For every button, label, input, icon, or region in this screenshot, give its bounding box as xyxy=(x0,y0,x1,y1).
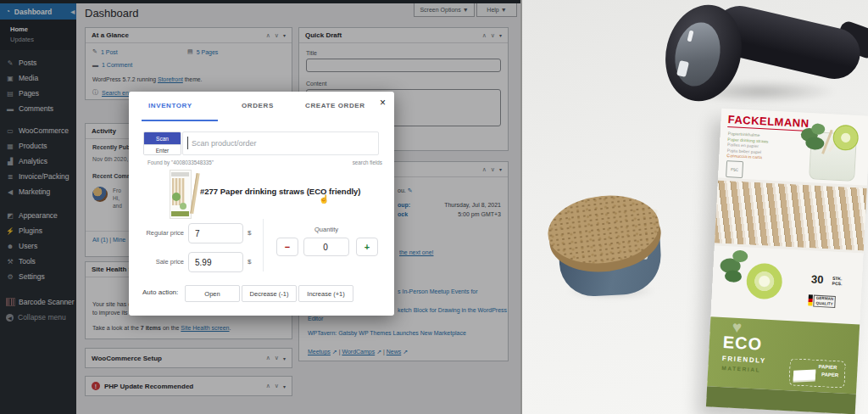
sidebar-item-updates[interactable]: Updates xyxy=(0,35,76,45)
search-engines-link[interactable]: Search en xyxy=(102,90,129,96)
draft-title-input[interactable] xyxy=(306,59,501,72)
meetups-link[interactable]: Meetups xyxy=(308,349,331,355)
news-item[interactable]: Editor xyxy=(308,316,323,322)
site-health-screen-link[interactable]: Site Health screen xyxy=(181,325,229,331)
screen-options-button[interactable]: Screen Options ▼ xyxy=(414,3,475,17)
sidebar-item-settings[interactable]: ⚙ Settings xyxy=(0,269,76,284)
move-up-icon[interactable]: ∧ xyxy=(266,355,270,361)
comments-count-link[interactable]: 1 Comment xyxy=(102,62,132,68)
move-down-icon[interactable]: ∨ xyxy=(275,355,279,361)
sidebar-item-comments[interactable]: ▬ Comments xyxy=(0,101,76,116)
quantity-decrease-button[interactable]: − xyxy=(276,238,298,256)
search-fields-link[interactable]: search fields xyxy=(353,159,382,165)
event-link-line1[interactable]: oup: xyxy=(398,202,410,208)
product-thumbnail xyxy=(170,170,192,219)
toggle-icon[interactable]: ▾ xyxy=(283,355,286,361)
quantity-label: Quantity xyxy=(303,226,349,233)
sidebar-item-label: Barcode Scanner xyxy=(19,298,75,306)
tab-create-order[interactable]: CREATE ORDER xyxy=(305,102,365,109)
news-item[interactable]: s In-Person Meetup Events for xyxy=(398,288,478,294)
move-down-icon[interactable]: ∨ xyxy=(491,166,495,173)
sidebar-item-analytics[interactable]: ▟ Analytics xyxy=(0,154,76,169)
thumb-detail xyxy=(180,203,186,210)
move-up-icon[interactable]: ∧ xyxy=(266,32,270,39)
scan-mode-button[interactable]: Scan xyxy=(144,132,181,144)
sidebar-item-home[interactable]: Home xyxy=(0,25,76,35)
lime-slice xyxy=(746,262,783,299)
sidebar-item-appearance[interactable]: ◩ Appearance xyxy=(0,208,76,223)
post-icon: ✎ xyxy=(92,48,97,55)
sidebar-item-woocommerce[interactable]: ▭ WooCommerce xyxy=(0,123,76,138)
filter-all-link[interactable]: All (1) xyxy=(92,237,108,243)
help-button[interactable]: Help ▼ xyxy=(476,3,517,17)
news-item[interactable]: WPTavern: Gatsby WP Themes Launches New … xyxy=(308,330,466,336)
sidebar-item-plugins[interactable]: ⚡ Plugins xyxy=(0,223,76,238)
edit-pencil-icon[interactable]: ✎ xyxy=(408,187,413,193)
sidebar-item-posts[interactable]: ✎ Posts xyxy=(0,55,76,70)
auto-action-increase-button[interactable]: Increase (+1) xyxy=(298,285,353,302)
sidebar-item-collapse-menu[interactable]: ◀ Collapse menu xyxy=(0,310,76,325)
invoice-icon: ≣ xyxy=(6,173,14,181)
german-quality-badge: GERMAN QUALITY xyxy=(813,295,836,308)
pages-count-link[interactable]: 5 Pages xyxy=(197,49,219,55)
events-intro-fragment: ou. ✎ xyxy=(398,187,413,194)
move-up-icon[interactable]: ∧ xyxy=(482,166,487,173)
sidebar-item-label: Pages xyxy=(19,89,39,98)
external-link-icon: ↗ xyxy=(332,349,337,355)
comment-line: Fro xyxy=(113,187,122,194)
comments-icon: ▬ xyxy=(6,105,14,113)
news-item[interactable]: ketch Block for Drawing in the WordPress xyxy=(398,307,507,313)
sidebar-item-label: Comments xyxy=(19,104,53,113)
move-down-icon[interactable]: ∨ xyxy=(275,32,279,39)
news-link[interactable]: News xyxy=(387,349,402,355)
auto-action-open-button[interactable]: Open xyxy=(185,285,240,302)
sidebar-item-label: Dashboard xyxy=(14,8,52,16)
sidebar-item-dashboard[interactable]: ◔ Dashboard ◀ xyxy=(0,3,76,20)
move-up-icon[interactable]: ∧ xyxy=(266,383,270,389)
events-footer-links: Meetups ↗ | WordCamps ↗ | News ↗ xyxy=(308,349,408,355)
sale-price-input[interactable] xyxy=(188,252,243,272)
quantity-increase-button[interactable]: + xyxy=(356,238,378,256)
move-down-icon[interactable]: ∨ xyxy=(491,32,495,39)
sidebar-item-invoice-packing[interactable]: ≣ Invoice/Packing xyxy=(0,169,76,184)
scan-input[interactable] xyxy=(182,131,379,155)
filter-mine-link[interactable]: Mine xyxy=(113,237,125,243)
posts-count-link[interactable]: 1 Post xyxy=(101,49,118,55)
regular-price-input[interactable] xyxy=(188,223,243,243)
sidebar-item-tools[interactable]: ⚒ Tools xyxy=(0,254,76,269)
wordcamps-link[interactable]: WordCamps xyxy=(342,349,375,355)
title-label: Title xyxy=(306,50,317,56)
sidebar-item-pages[interactable]: ▤ Pages xyxy=(0,86,76,101)
unit-label: PCS. xyxy=(832,281,843,287)
sidebar-item-label: WooCommerce xyxy=(19,126,69,135)
sidebar-item-products[interactable]: ▦ Products xyxy=(0,138,76,154)
package-description-lines: Papiertrinkhalme Paper drinking straws P… xyxy=(726,131,769,160)
theme-link[interactable]: Storefront xyxy=(158,76,183,82)
thumb-detail xyxy=(172,178,185,205)
move-down-icon[interactable]: ∨ xyxy=(275,383,279,389)
sidebar-item-media[interactable]: ▣ Media xyxy=(0,70,76,86)
active-tab-underline xyxy=(142,120,218,121)
toggle-icon[interactable]: ▾ xyxy=(499,166,502,172)
plugins-icon: ⚡ xyxy=(6,227,14,235)
sidebar-item-marketing[interactable]: ◀ Marketing xyxy=(0,184,76,199)
move-up-icon[interactable]: ∧ xyxy=(482,32,487,39)
sidebar-item-barcode-scanner[interactable]: Barcode Scanner xyxy=(0,294,76,310)
sale-price-label: Sale price xyxy=(131,258,184,266)
package-top-panel: FACKELMANN Papiertrinkhalme Paper drinki… xyxy=(718,109,868,186)
collapse-arrow-icon: ◀ xyxy=(6,314,14,322)
toggle-icon[interactable]: ▾ xyxy=(499,32,502,38)
tab-inventory[interactable]: INVENTORY xyxy=(148,102,192,109)
close-icon[interactable]: × xyxy=(380,97,386,109)
tab-orders[interactable]: ORDERS xyxy=(242,102,274,109)
enter-mode-button[interactable]: Enter xyxy=(144,144,181,155)
next-event-link[interactable]: the next one! xyxy=(399,249,433,255)
widget-title: Activity xyxy=(92,127,116,135)
event-link-line2[interactable]: ock xyxy=(398,211,408,217)
toggle-icon[interactable]: ▾ xyxy=(283,32,286,38)
quantity-input[interactable] xyxy=(303,238,349,256)
sidebar-item-users[interactable]: ☻ Users xyxy=(0,238,76,254)
toggle-icon[interactable]: ▾ xyxy=(283,383,286,389)
auto-action-decrease-button[interactable]: Decrease (-1) xyxy=(242,285,297,302)
woocommerce-icon: ▭ xyxy=(6,127,14,135)
